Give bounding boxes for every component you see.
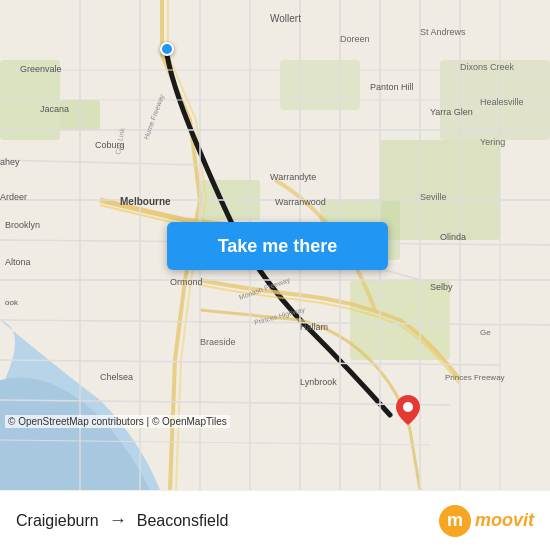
svg-text:Chelsea: Chelsea	[100, 372, 133, 382]
map-attribution: © OpenStreetMap contributors | © OpenMap…	[5, 415, 230, 428]
svg-text:Seville: Seville	[420, 192, 447, 202]
destination-label: Beaconsfield	[137, 512, 229, 530]
svg-text:Healesville: Healesville	[480, 97, 524, 107]
svg-text:Princes Freeway: Princes Freeway	[445, 373, 505, 382]
svg-rect-5	[380, 140, 500, 240]
svg-text:Ormond: Ormond	[170, 277, 203, 287]
svg-point-64	[403, 402, 413, 412]
svg-text:Lynbrook: Lynbrook	[300, 377, 337, 387]
svg-text:Yarra Glen: Yarra Glen	[430, 107, 473, 117]
svg-text:Panton Hill: Panton Hill	[370, 82, 414, 92]
take-me-there-button[interactable]: Take me there	[167, 222, 388, 270]
arrow-icon: →	[109, 510, 127, 531]
svg-text:Dixons Creek: Dixons Creek	[460, 62, 515, 72]
svg-text:Wollert: Wollert	[270, 13, 301, 24]
svg-text:Hallam: Hallam	[300, 322, 328, 332]
origin-label: Craigieburn	[16, 512, 99, 530]
svg-text:Jacana: Jacana	[40, 104, 69, 114]
svg-text:Greenvale: Greenvale	[20, 64, 62, 74]
svg-text:ahey: ahey	[0, 157, 20, 167]
svg-text:Olinda: Olinda	[440, 232, 466, 242]
svg-text:Brooklyn: Brooklyn	[5, 220, 40, 230]
svg-text:Warranwood: Warranwood	[275, 197, 326, 207]
svg-text:Ardeer: Ardeer	[0, 192, 27, 202]
svg-rect-8	[280, 60, 360, 110]
bottom-bar: Craigieburn → Beaconsfield m moovit	[0, 490, 550, 550]
svg-text:Melbourne: Melbourne	[120, 196, 171, 207]
svg-text:St Andrews: St Andrews	[420, 27, 466, 37]
svg-text:Yering: Yering	[480, 137, 505, 147]
svg-text:Doreen: Doreen	[340, 34, 370, 44]
route-info: Craigieburn → Beaconsfield	[16, 510, 228, 531]
svg-text:Ge: Ge	[480, 328, 491, 337]
moovit-logo-circle: m	[439, 505, 471, 537]
svg-text:Warrandyte: Warrandyte	[270, 172, 316, 182]
svg-text:Braeside: Braeside	[200, 337, 236, 347]
svg-text:ook: ook	[5, 298, 19, 307]
svg-text:Selby: Selby	[430, 282, 453, 292]
moovit-logo: m moovit	[439, 505, 534, 537]
map-container: Wollert Doreen St Andrews Dixons Creek H…	[0, 0, 550, 490]
origin-pin	[160, 42, 174, 56]
moovit-logo-text: moovit	[475, 510, 534, 531]
destination-pin	[396, 395, 420, 429]
svg-text:Altona: Altona	[5, 257, 31, 267]
